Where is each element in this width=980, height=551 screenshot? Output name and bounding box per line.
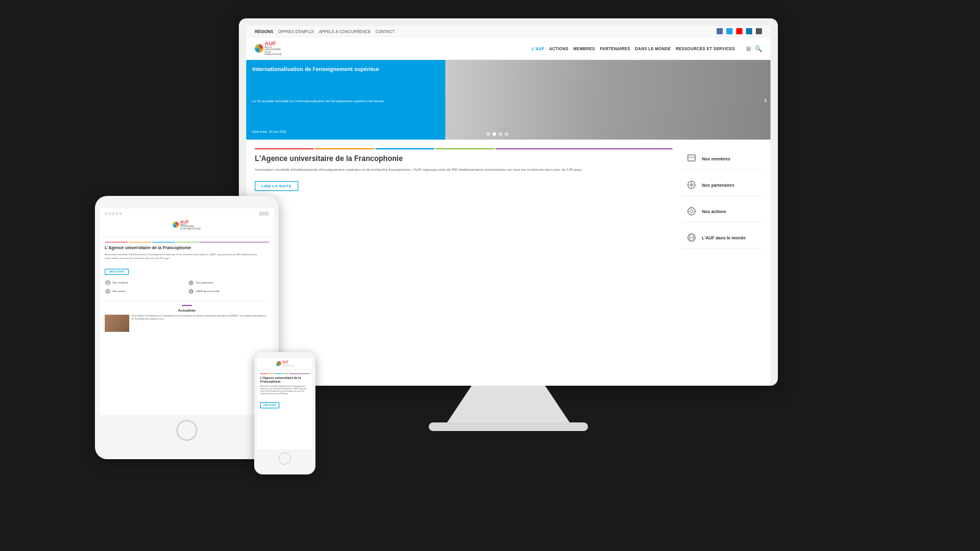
section-title: L'Agence universitaire de la Francophoni… xyxy=(255,154,673,163)
linkedin-icon[interactable] xyxy=(746,28,752,34)
twitter-icon[interactable] xyxy=(726,28,733,34)
membres-label: Nos membres xyxy=(702,157,730,161)
p-color-2 xyxy=(268,373,274,374)
auf-logo[interactable]: AUF AgenceUNIVERSITAIREDE LAFRANCOPHONIE xyxy=(255,41,282,56)
slider-dot-1[interactable] xyxy=(486,132,490,136)
color-seg-4 xyxy=(435,148,494,149)
tablet-news-title: Actualités xyxy=(105,309,269,312)
p-color-1 xyxy=(260,373,267,374)
svg-rect-15 xyxy=(106,281,110,284)
monitor-base xyxy=(429,422,588,431)
tablet-screen: AUF AgenceUNIVERSITAIREDE LA FRANCOPHONI… xyxy=(100,208,274,415)
slider-next-arrow[interactable]: › xyxy=(764,95,767,105)
nav-links: L'AUF ACTIONS MEMBRES PARTENAIRES DANS L… xyxy=(532,47,735,51)
tablet-link-actions[interactable]: Nos actions xyxy=(105,288,186,294)
svg-point-22 xyxy=(107,291,109,293)
hero-text-box: Internationalisation de l'enseignement s… xyxy=(246,60,445,140)
tablet-logo-area: AUF AgenceUNIVERSITAIREDE LA FRANCOPHONI… xyxy=(105,217,269,233)
sidebar-actions[interactable]: Nos actions xyxy=(682,201,762,222)
appels-link[interactable]: APPELS À CONCURRENCE xyxy=(319,29,371,34)
extra-social-icon[interactable] xyxy=(756,28,762,34)
tablet-auf-subtext: AgenceUNIVERSITAIREDE LA FRANCOPHONIE xyxy=(180,224,201,230)
tablet-news-bar xyxy=(182,305,192,306)
hero-slider: Internationalisation de l'enseignement s… xyxy=(246,60,771,140)
tablet-news-image xyxy=(105,315,129,332)
actions-label: Nos actions xyxy=(702,209,726,214)
nav-monde[interactable]: DANS LE MONDE xyxy=(635,47,671,51)
tablet-topbar xyxy=(105,212,269,216)
read-more-button[interactable]: LIRE LA SUITE xyxy=(255,181,298,191)
slider-dot-2[interactable] xyxy=(492,132,496,136)
monde-label: L'AUF dans le monde xyxy=(702,236,745,240)
section-description: Association mondiale d'établissements d'… xyxy=(255,167,673,173)
topbar-right xyxy=(717,28,762,34)
tablet-link-membres[interactable]: Nos membres xyxy=(105,280,186,286)
svg-point-21 xyxy=(106,290,110,293)
phone-read-more-btn[interactable]: LIRE LA SUITE xyxy=(260,402,279,408)
color-bar xyxy=(255,148,673,149)
search-icon[interactable]: 🔍 xyxy=(755,45,762,52)
monitor-stand xyxy=(447,386,570,422)
nav-actions[interactable]: ACTIONS xyxy=(549,47,568,51)
tablet-read-more-btn[interactable]: LIRE LA SUITE xyxy=(105,269,129,275)
tablet-color-bar xyxy=(105,242,269,243)
slider-dot-3[interactable] xyxy=(499,132,502,136)
sidebar-partenaires[interactable]: Nos partenaires xyxy=(682,174,762,196)
svg-point-7 xyxy=(690,210,693,213)
offres-link[interactable]: OFFRES D'EMPLOI xyxy=(278,29,314,34)
sidebar-membres[interactable]: Nos membres xyxy=(682,148,762,170)
hero-title: Internationalisation de l'enseignement s… xyxy=(252,66,439,73)
tablet-world-icon xyxy=(188,288,194,294)
topbar-dot-1 xyxy=(105,212,107,215)
tablet-logo-text: AUF AgenceUNIVERSITAIREDE LA FRANCOPHONI… xyxy=(180,220,201,230)
phone-home-button[interactable] xyxy=(279,452,291,465)
phone-auf-logo[interactable]: AUF AgenceUNIVERSITAIRE xyxy=(276,361,294,367)
tablet-news-img-placeholder xyxy=(105,315,129,332)
nav-icons: ⊞ 🔍 xyxy=(746,45,762,52)
tablet-link-monde[interactable]: L'AUF dans le monde xyxy=(188,288,269,294)
phone-device: AUF AgenceUNIVERSITAIRE L'Agence univers… xyxy=(254,352,315,474)
tablet-logo-circle xyxy=(173,222,179,228)
tablet-home-button[interactable] xyxy=(176,420,197,441)
phone-screen: AUF AgenceUNIVERSITAIRE L'Agence univers… xyxy=(257,358,312,449)
topbar-dot-2 xyxy=(108,212,111,215)
nav-lauf[interactable]: L'AUF xyxy=(532,47,544,51)
phone-color-bar xyxy=(260,373,309,374)
tablet-membres-label: Nos membres xyxy=(113,281,128,284)
p-color-5 xyxy=(289,373,309,374)
color-seg-1 xyxy=(255,148,314,149)
t-color-3 xyxy=(152,242,175,243)
t-color-1 xyxy=(105,242,128,243)
regions-link[interactable]: RÉGIONS xyxy=(255,29,273,34)
grid-icon[interactable]: ⊞ xyxy=(746,45,751,52)
phone-main: L'Agence universitaire de la Francophoni… xyxy=(257,370,312,412)
tablet-actions-icon xyxy=(105,288,111,294)
main-content: L'Agence universitaire de la Francophoni… xyxy=(246,140,771,257)
tablet-members-icon xyxy=(105,280,111,286)
tablet-device: AUF AgenceUNIVERSITAIREDE LA FRANCOPHONI… xyxy=(95,196,279,459)
color-seg-2 xyxy=(315,148,374,149)
nav-partenaires[interactable]: PARTENAIRES xyxy=(600,47,630,51)
tablet-section-title: L'Agence universitaire de la Francophoni… xyxy=(105,246,269,250)
facebook-icon[interactable] xyxy=(717,28,723,34)
t-color-5 xyxy=(200,242,269,243)
auf-sub-text: AgenceUNIVERSITAIREDE LAFRANCOPHONIE xyxy=(265,47,282,56)
nav-ressources[interactable]: RESSOURCES ET SERVICES xyxy=(676,47,735,51)
tablet-link-partenaires[interactable]: Nos partenaires xyxy=(188,280,269,286)
t-color-2 xyxy=(129,242,152,243)
auf-logo-text: AUF AgenceUNIVERSITAIREDE LAFRANCOPHONIE xyxy=(265,41,282,56)
sidebar-monde[interactable]: L'AUF dans le monde xyxy=(682,227,762,249)
members-icon xyxy=(686,153,697,164)
p-color-3 xyxy=(275,373,282,374)
nav-membres[interactable]: MEMBRES xyxy=(573,47,595,51)
tablet-auf-logo[interactable]: AUF AgenceUNIVERSITAIREDE LA FRANCOPHONI… xyxy=(173,220,201,230)
tablet-monde-label: L'AUF dans le monde xyxy=(196,290,219,293)
main-left-content: L'Agence universitaire de la Francophoni… xyxy=(255,148,673,249)
monitor-frame: RÉGIONS OFFRES D'EMPLOI APPELS À CONCURR… xyxy=(239,18,778,386)
youtube-icon[interactable] xyxy=(736,28,742,34)
slider-dot-4[interactable] xyxy=(505,132,508,136)
contact-link[interactable]: CONTACT xyxy=(375,29,394,34)
hero-crowd-photo xyxy=(430,60,771,140)
t-color-4 xyxy=(176,242,199,243)
site-header: RÉGIONS OFFRES D'EMPLOI APPELS À CONCURR… xyxy=(246,26,771,60)
